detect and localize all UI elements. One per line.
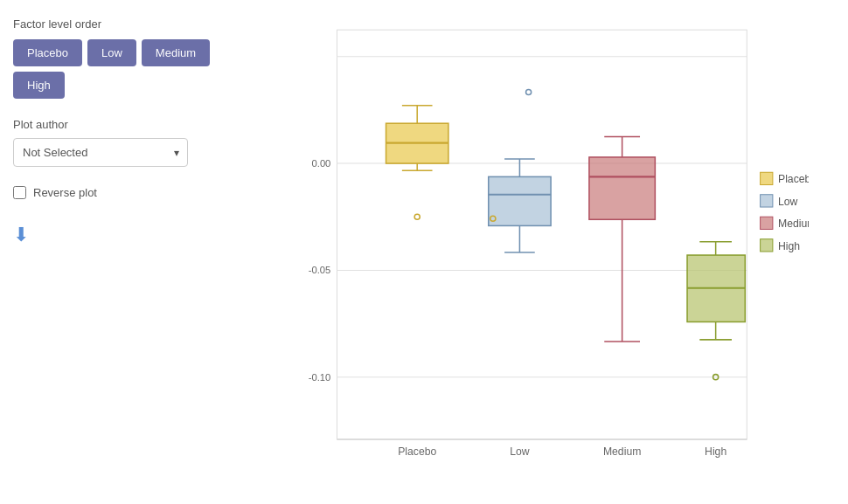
svg-text:Low: Low	[510, 445, 530, 458]
reverse-plot-row: Reverse plot	[13, 186, 240, 199]
svg-text:Medium: Medium	[778, 217, 809, 230]
svg-rect-47	[761, 238, 773, 251]
boxplot-chart: 0.00 -0.05 -0.10 Placebo Low Medium High	[284, 21, 809, 484]
factor-btn-high[interactable]: High	[13, 72, 65, 99]
svg-rect-43	[761, 194, 773, 206]
svg-text:-0.05: -0.05	[309, 265, 331, 275]
plot-author-label: Plot author	[13, 118, 240, 131]
download-button[interactable]: ⬇	[13, 224, 240, 246]
plot-author-select[interactable]: Not Selected	[13, 138, 188, 167]
factor-btn-medium[interactable]: Medium	[142, 39, 210, 66]
reverse-plot-checkbox[interactable]	[13, 186, 26, 199]
svg-text:Low: Low	[778, 195, 798, 207]
svg-text:Medium: Medium	[603, 445, 641, 458]
svg-rect-28	[589, 156, 655, 218]
reverse-plot-label: Reverse plot	[33, 186, 97, 199]
factor-buttons-group: Placebo Low Medium High	[13, 39, 240, 99]
factor-btn-low[interactable]: Low	[87, 39, 136, 66]
svg-text:0.00: 0.00	[312, 158, 331, 169]
svg-rect-21	[489, 176, 551, 225]
chart-container: 0.00 -0.05 -0.10 Placebo Low Medium High	[284, 21, 809, 484]
svg-text:High: High	[778, 239, 800, 252]
svg-text:Placebo: Placebo	[398, 445, 436, 458]
svg-rect-41	[761, 172, 773, 184]
plot-author-select-wrapper: Not Selected ▾	[13, 138, 188, 167]
svg-rect-45	[761, 217, 773, 229]
factor-level-label: Factor level order	[13, 17, 240, 31]
svg-text:-0.10: -0.10	[309, 371, 331, 382]
svg-rect-0	[337, 30, 747, 439]
factor-btn-placebo[interactable]: Placebo	[13, 39, 82, 66]
left-panel: Factor level order Placebo Low Medium Hi…	[0, 0, 254, 504]
svg-text:High: High	[705, 445, 726, 458]
svg-text:Placebo: Placebo	[778, 173, 809, 185]
chart-panel: 0.00 -0.05 -0.10 Placebo Low Medium High	[254, 0, 848, 504]
